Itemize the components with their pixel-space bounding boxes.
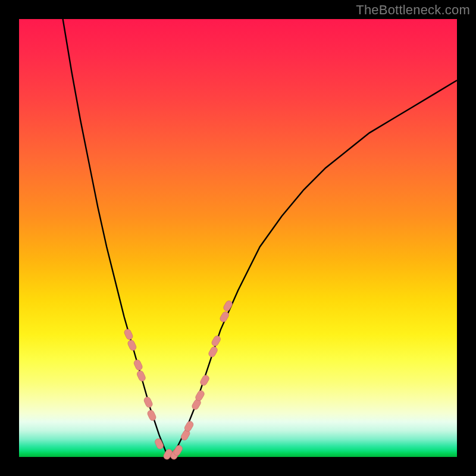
curve-marker [154,437,165,450]
bottleneck-curve [63,19,457,457]
chart-frame: TheBottleneck.com [0,0,476,476]
curve-marker [199,374,211,387]
plot-area [19,19,457,457]
curve-marker [127,339,137,352]
curve-svg [19,19,457,457]
curve-marker [136,369,147,382]
curve-marker [133,359,143,371]
curve-marker [123,328,134,340]
curve-marker [146,409,157,422]
marker-group [123,300,233,461]
curve-marker [143,396,154,409]
curve-marker [211,334,222,347]
watermark-text: TheBottleneck.com [356,2,470,18]
curve-marker [223,300,234,312]
curve-marker [208,346,219,358]
